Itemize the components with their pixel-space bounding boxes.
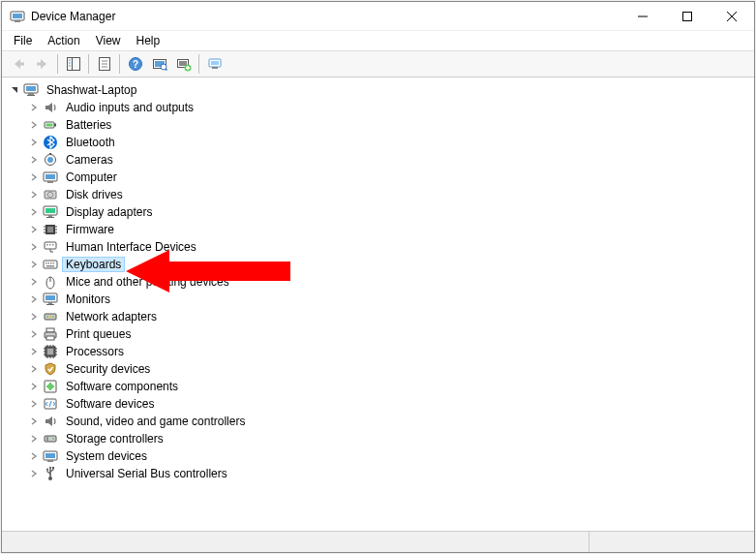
computer-icon bbox=[23, 82, 39, 98]
printer-icon bbox=[43, 326, 58, 342]
tree-category-node[interactable]: Software devices bbox=[2, 395, 754, 413]
chevron-right-icon[interactable] bbox=[27, 136, 41, 149]
properties-button[interactable] bbox=[93, 53, 115, 75]
system-icon bbox=[43, 448, 58, 464]
menu-file[interactable]: File bbox=[6, 32, 40, 49]
chevron-right-icon[interactable] bbox=[27, 415, 41, 428]
svg-rect-74 bbox=[45, 295, 55, 300]
menu-action[interactable]: Action bbox=[40, 32, 87, 49]
tree-category-node[interactable]: Sound, video and game controllers bbox=[2, 413, 754, 430]
show-hide-tree-button[interactable] bbox=[62, 53, 84, 75]
tree-item-label: Print queues bbox=[62, 326, 135, 342]
svg-rect-111 bbox=[52, 467, 54, 469]
tree-category-node[interactable]: Disk drives bbox=[2, 186, 754, 203]
device-tree[interactable]: Shashwat-Laptop Audio inputs and outputs… bbox=[2, 77, 754, 531]
menu-help[interactable]: Help bbox=[129, 32, 168, 49]
menubar: File Action View Help bbox=[2, 31, 754, 50]
software-component-icon bbox=[43, 379, 58, 394]
tree-category-node[interactable]: Universal Serial Bus controllers bbox=[2, 465, 754, 482]
cpu-icon bbox=[43, 344, 58, 359]
tree-item-label: Display adapters bbox=[62, 204, 156, 220]
tree-category-node[interactable]: Display adapters bbox=[2, 203, 754, 221]
chevron-right-icon[interactable] bbox=[27, 258, 41, 271]
chevron-right-icon[interactable] bbox=[27, 205, 41, 219]
tree-category-node[interactable]: Bluetooth bbox=[2, 134, 754, 151]
svg-point-41 bbox=[47, 157, 53, 163]
svg-rect-76 bbox=[46, 304, 54, 305]
tree-category-node[interactable]: Computer bbox=[2, 169, 754, 186]
tree-category-node[interactable]: Audio inputs and outputs bbox=[2, 99, 754, 116]
tree-category-node[interactable]: Human Interface Devices bbox=[2, 238, 754, 256]
tree-item-label: Software components bbox=[62, 379, 182, 394]
tree-category-node[interactable]: Monitors bbox=[2, 291, 754, 308]
tree-category-node[interactable]: Software components bbox=[2, 378, 754, 395]
chevron-right-icon[interactable] bbox=[27, 240, 41, 254]
svg-rect-9 bbox=[67, 58, 79, 71]
chevron-right-icon[interactable] bbox=[27, 188, 41, 201]
svg-rect-54 bbox=[47, 227, 53, 232]
chevron-right-icon[interactable] bbox=[27, 432, 41, 446]
tree-item-label: Computer bbox=[62, 169, 121, 185]
mouse-icon bbox=[43, 274, 58, 290]
chevron-down-icon[interactable] bbox=[8, 83, 21, 97]
svg-rect-52 bbox=[46, 217, 54, 218]
tree-category-node[interactable]: Print queues bbox=[2, 325, 754, 343]
chevron-right-icon[interactable] bbox=[27, 101, 41, 114]
tree-category-node[interactable]: Firmware bbox=[2, 221, 754, 238]
minimize-button[interactable] bbox=[620, 2, 665, 31]
tree-category-node[interactable]: Keyboards bbox=[2, 256, 754, 273]
chevron-right-icon[interactable] bbox=[27, 380, 41, 393]
monitor-icon bbox=[43, 292, 58, 307]
tree-category-node[interactable]: Security devices bbox=[2, 360, 754, 378]
chevron-right-icon[interactable] bbox=[27, 275, 41, 289]
chevron-right-icon[interactable] bbox=[27, 467, 41, 480]
toolbar: ? bbox=[2, 50, 754, 77]
tree-category-node[interactable]: Mice and other pointing devices bbox=[2, 273, 754, 291]
svg-point-79 bbox=[49, 316, 51, 318]
chevron-right-icon[interactable] bbox=[27, 118, 41, 132]
chevron-right-icon[interactable] bbox=[27, 345, 41, 358]
tree-item-label: Bluetooth bbox=[62, 135, 119, 150]
tree-category-node[interactable]: Cameras bbox=[2, 151, 754, 169]
svg-rect-33 bbox=[26, 86, 36, 91]
tree-item-label: Storage controllers bbox=[62, 431, 167, 446]
scan-hardware-button[interactable] bbox=[148, 53, 170, 75]
network-icon bbox=[43, 309, 58, 324]
svg-rect-8 bbox=[37, 63, 42, 66]
tree-item-label: Sound, video and game controllers bbox=[62, 414, 249, 429]
svg-rect-44 bbox=[45, 174, 55, 179]
tree-category-node[interactable]: Network adapters bbox=[2, 308, 754, 325]
devices-by-connection-button[interactable] bbox=[203, 53, 226, 75]
svg-rect-75 bbox=[48, 302, 52, 304]
svg-rect-30 bbox=[211, 61, 219, 65]
keyboard-icon bbox=[43, 257, 58, 272]
chevron-right-icon[interactable] bbox=[27, 362, 41, 376]
maximize-button[interactable] bbox=[665, 2, 710, 31]
chevron-right-icon[interactable] bbox=[27, 170, 41, 184]
close-button[interactable] bbox=[710, 2, 754, 31]
security-icon bbox=[43, 361, 58, 377]
tree-category-node[interactable]: Processors bbox=[2, 343, 754, 360]
tree-item-label: Monitors bbox=[62, 292, 114, 307]
chevron-right-icon[interactable] bbox=[27, 223, 41, 236]
tree-children: Audio inputs and outputsBatteriesBluetoo… bbox=[2, 99, 754, 482]
chevron-right-icon[interactable] bbox=[27, 327, 41, 341]
chevron-right-icon[interactable] bbox=[27, 449, 41, 463]
chevron-right-icon[interactable] bbox=[27, 292, 41, 306]
tree-category-node[interactable]: System devices bbox=[2, 447, 754, 465]
help-button[interactable]: ? bbox=[124, 53, 146, 75]
menu-view[interactable]: View bbox=[88, 32, 129, 49]
tree-item-label: Cameras bbox=[62, 152, 117, 168]
svg-rect-50 bbox=[45, 208, 55, 213]
tree-root-node[interactable]: Shashwat-Laptop bbox=[2, 81, 754, 99]
svg-rect-70 bbox=[46, 265, 54, 267]
tree-item-label: Disk drives bbox=[62, 187, 127, 202]
chevron-right-icon[interactable] bbox=[27, 310, 41, 323]
chevron-right-icon[interactable] bbox=[27, 397, 41, 411]
computer-icon bbox=[43, 169, 58, 185]
chevron-right-icon[interactable] bbox=[27, 153, 41, 167]
tree-category-node[interactable]: Storage controllers bbox=[2, 430, 754, 447]
add-hardware-button[interactable] bbox=[172, 53, 195, 75]
tree-category-node[interactable]: Batteries bbox=[2, 116, 754, 134]
svg-rect-65 bbox=[44, 261, 57, 268]
